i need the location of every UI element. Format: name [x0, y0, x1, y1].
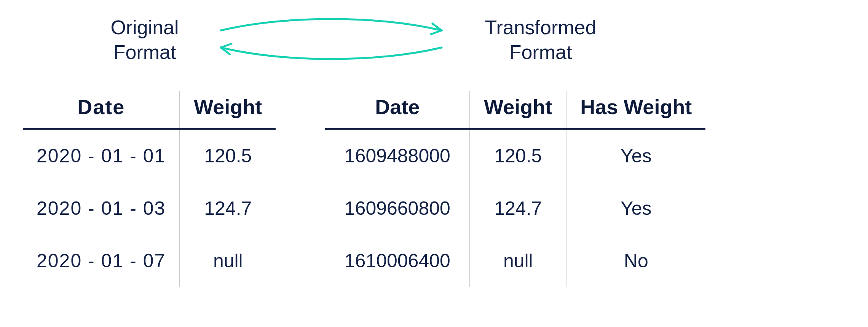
transformed-header-hasweight: Has Weight	[566, 91, 705, 129]
original-header-weight: Weight	[180, 91, 276, 129]
transformed-cell-weight: 120.5	[470, 129, 566, 183]
original-cell-date: 2020 - 01 - 01	[23, 129, 180, 183]
transformed-cell-date: 1609488000	[325, 129, 470, 183]
transformed-table: Date Weight Has Weight 1609488000 120.5 …	[325, 91, 705, 287]
table-row: 2020 - 01 - 07 null	[23, 235, 276, 287]
table-row: 1609488000 120.5 Yes	[325, 129, 705, 183]
bidirectional-arrow-icon	[209, 11, 453, 72]
diagram-canvas: Original Format Transformed Format	[0, 0, 868, 327]
transformed-cell-hasweight: Yes	[566, 182, 705, 235]
transformed-line1: Transformed	[485, 16, 597, 38]
original-cell-weight: null	[180, 235, 276, 287]
tables-row: Date Weight 2020 - 01 - 01 120.5 2020 - …	[23, 91, 705, 287]
table-row: 2020 - 01 - 03 124.7	[23, 182, 276, 235]
transformed-cell-date: 1610006400	[325, 235, 470, 287]
header-labels: Original Format Transformed Format	[0, 8, 868, 84]
transformed-header-date: Date	[325, 91, 470, 129]
original-cell-weight: 120.5	[180, 129, 276, 183]
original-header-date: Date	[23, 91, 180, 129]
original-cell-date: 2020 - 01 - 03	[23, 182, 180, 235]
transformed-cell-weight: 124.7	[470, 182, 566, 235]
transformed-cell-date: 1609660800	[325, 182, 470, 235]
table-row: 2020 - 01 - 01 120.5	[23, 129, 276, 183]
transformed-cell-hasweight: No	[566, 235, 705, 287]
transformed-cell-hasweight: Yes	[566, 129, 705, 183]
transformed-format-label: Transformed Format	[461, 15, 621, 65]
original-table: Date Weight 2020 - 01 - 01 120.5 2020 - …	[23, 91, 276, 287]
table-row: 1610006400 null No	[325, 235, 705, 287]
transformed-header-weight: Weight	[470, 91, 566, 129]
original-line2: Format	[113, 41, 176, 63]
transformed-cell-weight: null	[470, 235, 566, 287]
original-header-row: Date Weight	[23, 91, 276, 129]
original-format-label: Original Format	[88, 15, 202, 65]
transformed-header-row: Date Weight Has Weight	[325, 91, 705, 129]
original-cell-date: 2020 - 01 - 07	[23, 235, 180, 287]
transformed-line2: Format	[509, 41, 572, 63]
original-cell-weight: 124.7	[180, 182, 276, 235]
original-line1: Original	[110, 16, 179, 38]
table-row: 1609660800 124.7 Yes	[325, 182, 705, 235]
